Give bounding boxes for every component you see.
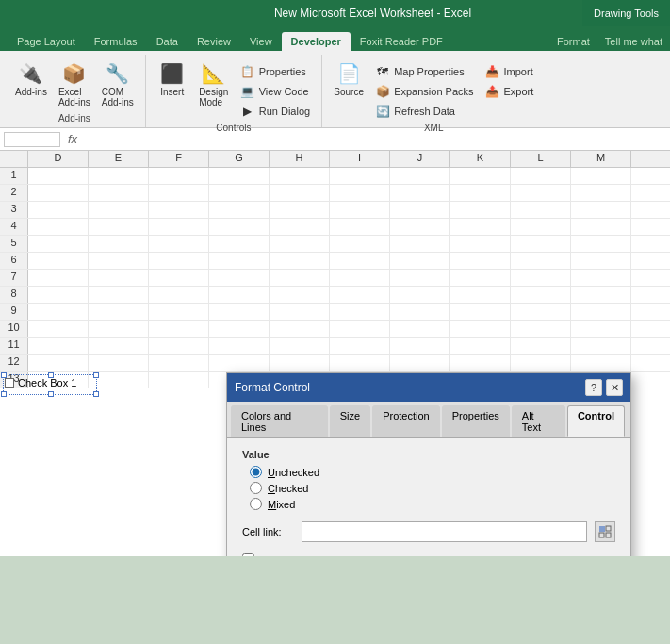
tell-me-what[interactable]: Tell me what	[605, 36, 662, 47]
cell-link-picker-button[interactable]	[595, 521, 615, 542]
mixed-option[interactable]: Mixed	[250, 498, 615, 510]
tab-foxit[interactable]: Foxit Reader PDF	[351, 32, 452, 51]
cell-link-input[interactable]	[302, 521, 587, 542]
ribbon-group-controls: ⬛ Insert 📐 DesignMode 📋 Properties 💻 Vie…	[146, 55, 322, 127]
dialog-tab-alt-text[interactable]: Alt Text	[512, 405, 565, 437]
dialog-tab-control[interactable]: Control	[567, 405, 625, 437]
checked-radio[interactable]	[250, 482, 262, 494]
checkbox-label: Check Box 1	[18, 377, 76, 388]
table-row: 3	[0, 202, 670, 219]
source-button[interactable]: 📄 Source	[330, 58, 368, 99]
addins-icon: 🔌	[18, 60, 44, 87]
dialog-title-bar: Format Control ? ✕	[227, 373, 630, 402]
cell[interactable]	[270, 168, 330, 184]
expansion-packs-button[interactable]: 📦 Expansion Packs	[371, 82, 477, 101]
dialog-close-button[interactable]: ✕	[606, 379, 623, 396]
design-mode-label: DesignMode	[199, 87, 228, 107]
ribbon: 🔌 Add-ins 📦 ExcelAdd-ins 🔧 COMAdd-ins Ad…	[0, 51, 670, 128]
table-row: 7	[0, 270, 670, 287]
dialog-tab-protection[interactable]: Protection	[372, 405, 440, 437]
controls-right-col: 📋 Properties 💻 View Code ▶ Run Dialog	[237, 58, 314, 121]
map-properties-button[interactable]: 🗺 Map Properties	[371, 62, 477, 81]
unchecked-radio[interactable]	[250, 466, 262, 478]
svg-rect-0	[599, 526, 605, 532]
cell[interactable]	[330, 168, 390, 184]
map-properties-label: Map Properties	[394, 66, 465, 77]
column-headers: D E F G H I J K L M	[0, 151, 670, 168]
ribbon-tab-bar: Page Layout Formulas Data Review View De…	[0, 26, 670, 51]
import-button[interactable]: 📥 Import	[482, 62, 538, 81]
cell[interactable]	[571, 168, 631, 184]
shading-checkbox[interactable]	[242, 553, 254, 556]
row-4: 4	[0, 219, 28, 235]
cell[interactable]	[149, 168, 209, 184]
addins-items: 🔌 Add-ins 📦 ExcelAdd-ins 🔧 COMAdd-ins	[11, 55, 138, 111]
shading-row: 3-D shading	[242, 553, 615, 556]
cell[interactable]	[28, 168, 89, 184]
format-control-dialog: Format Control ? ✕ Colors and Lines Size…	[226, 372, 631, 556]
excel-addins-icon: 📦	[61, 60, 88, 87]
refresh-data-button[interactable]: 🔄 Refresh Data	[371, 102, 477, 121]
xml-items: 📄 Source 🗺 Map Properties 📦 Expansion Pa…	[330, 55, 537, 121]
corner-cell	[0, 151, 28, 167]
cell[interactable]	[209, 168, 270, 184]
tab-developer[interactable]: Developer	[282, 32, 351, 51]
com-addins-label: COMAdd-ins	[102, 87, 134, 107]
checkbox-handle[interactable]	[5, 378, 14, 388]
tab-formulas[interactable]: Formulas	[85, 32, 147, 51]
checked-option[interactable]: Checked	[250, 482, 615, 494]
value-radio-group: Unchecked Checked Mixed	[250, 466, 615, 510]
design-mode-button[interactable]: 📐 DesignMode	[195, 58, 233, 109]
refresh-data-icon: 🔄	[375, 104, 390, 119]
row-7: 7	[0, 270, 28, 286]
cell[interactable]	[89, 168, 149, 184]
import-label: Import	[504, 66, 533, 77]
unchecked-option[interactable]: Unchecked	[250, 466, 615, 478]
map-properties-icon: 🗺	[375, 64, 390, 79]
formula-bar: fx	[0, 128, 670, 151]
table-row: 12	[0, 355, 670, 372]
design-mode-icon: 📐	[201, 60, 227, 87]
table-row: 1	[0, 168, 670, 185]
source-icon: 📄	[335, 60, 362, 87]
row-6: 6	[0, 253, 28, 269]
table-row: 8	[0, 287, 670, 304]
name-box[interactable]	[4, 132, 60, 147]
run-dialog-icon: ▶	[240, 104, 255, 119]
svg-rect-2	[599, 533, 604, 537]
source-label: Source	[334, 87, 364, 97]
properties-icon: 📋	[240, 64, 255, 79]
col-m: M	[571, 151, 631, 167]
com-addins-button[interactable]: 🔧 COMAdd-ins	[98, 58, 138, 109]
cell[interactable]	[390, 168, 450, 184]
tab-review[interactable]: Review	[188, 32, 240, 51]
export-button[interactable]: 📤 Export	[482, 82, 538, 101]
tab-format[interactable]: Format	[557, 36, 590, 47]
run-dialog-label: Run Dialog	[259, 106, 310, 117]
col-j: J	[390, 151, 450, 167]
excel-addins-label: ExcelAdd-ins	[58, 87, 90, 107]
com-addins-icon: 🔧	[105, 60, 131, 87]
cell[interactable]	[511, 168, 571, 184]
tab-view[interactable]: View	[240, 32, 282, 51]
dialog-help-button[interactable]: ?	[585, 379, 602, 396]
tab-page-layout[interactable]: Page Layout	[8, 32, 85, 51]
formula-input[interactable]	[81, 133, 666, 146]
value-section-label: Value	[242, 449, 615, 460]
properties-button[interactable]: 📋 Properties	[237, 62, 314, 81]
tab-data[interactable]: Data	[147, 32, 188, 51]
insert-button[interactable]: ⬛ Insert	[154, 58, 191, 99]
dialog-tab-size[interactable]: Size	[330, 405, 370, 437]
addins-group-label: Add-ins	[11, 111, 138, 127]
cell-link-row: Cell link:	[242, 521, 615, 542]
addins-button[interactable]: 🔌 Add-ins	[11, 58, 51, 99]
mixed-radio[interactable]	[250, 498, 262, 510]
excel-addins-button[interactable]: 📦 ExcelAdd-ins	[55, 58, 94, 109]
run-dialog-button[interactable]: ▶ Run Dialog	[237, 102, 314, 121]
cell[interactable]	[450, 168, 511, 184]
dialog-tab-colors-lines[interactable]: Colors and Lines	[231, 405, 328, 437]
checkbox-control[interactable]: Check Box 1	[5, 377, 76, 388]
dialog-tab-properties[interactable]: Properties	[442, 405, 510, 437]
title-bar: New Microsoft Excel Worksheet - Excel	[0, 0, 670, 26]
view-code-button[interactable]: 💻 View Code	[237, 82, 314, 101]
